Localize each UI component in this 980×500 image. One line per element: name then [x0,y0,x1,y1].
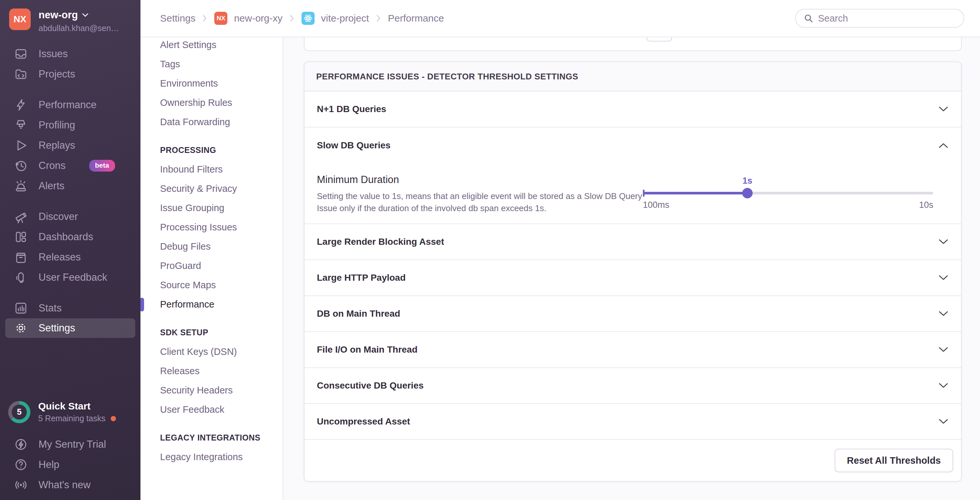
sidebar-item-replays[interactable]: Replays [0,135,140,156]
broadcast-icon [14,478,28,492]
slider-max-label: 10s [919,200,933,210]
chevron-down-icon [82,13,89,18]
slider-value-label: 1s [743,176,752,186]
react-project-icon [302,12,315,25]
sidebar-item-issues[interactable]: Issues [0,44,140,64]
panel-footer: Reset All Thresholds [304,440,961,481]
sidebar-item-my-sentry-trial[interactable]: My Sentry Trial [0,434,140,455]
slow-db-queries-settings: Minimum Duration Setting the value to 1s… [304,163,961,224]
submenu-item-user-feedback[interactable]: User Feedback [140,400,283,419]
submenu-item-source-maps[interactable]: Source Maps [140,275,283,295]
quick-start-title: Quick Start [38,401,116,412]
accordion-row-n1-db-queries[interactable]: N+1 DB Queries [304,91,961,127]
chevron-up-icon [938,142,949,149]
chevron-down-icon [938,106,949,112]
submenu-item-data-forwarding[interactable]: Data Forwarding [140,112,283,132]
sidebar-item-discover[interactable]: Discover [0,207,140,227]
submenu-item-legacy-integrations[interactable]: Legacy Integrations [140,447,283,467]
partial-button[interactable] [646,37,672,41]
accordion-row-uncompressed-asset[interactable]: Uncompressed Asset [304,404,961,440]
search-input[interactable] [818,13,942,24]
sidebar-item-alerts[interactable]: Alerts [0,176,140,196]
sidebar-item-crons[interactable]: Crons beta [0,156,140,176]
slider-fill [643,192,748,194]
chevron-down-icon [938,418,949,425]
submenu-item-ownership-rules[interactable]: Ownership Rules [140,93,283,112]
breadcrumb-project[interactable]: vite-project [321,13,369,24]
accordion-row-large-render-blocking-asset[interactable]: Large Render Blocking Asset [304,224,961,260]
sidebar: NX new-org abdullah.khan@sen… Issues Pro… [0,0,140,500]
breadcrumb-settings[interactable]: Settings [160,13,195,24]
submenu-item-tags[interactable]: Tags [140,54,283,74]
submenu-item-releases[interactable]: Releases [140,361,283,381]
setting-description: Setting the value to 1s, means that an e… [317,190,647,214]
sidebar-item-dashboards[interactable]: Dashboards [0,227,140,247]
org-crumb-avatar: NX [214,12,228,25]
settings-submenu: Alert Settings Tags Environments Ownersh… [140,37,283,500]
submenu-item-client-keys[interactable]: Client Keys (DSN) [140,342,283,361]
breadcrumb-page[interactable]: Performance [388,13,444,24]
sidebar-item-performance[interactable]: Performance [0,95,140,115]
submenu-section-processing: PROCESSING [140,140,283,160]
main-content: PERFORMANCE ISSUES - DETECTOR THRESHOLD … [284,37,980,500]
accordion-row-file-io-on-main-thread[interactable]: File I/O on Main Thread [304,332,961,368]
breadcrumb-org[interactable]: new-org-xy [234,13,282,24]
org-email: abdullah.khan@sen… [38,24,119,33]
submenu-item-performance[interactable]: Performance [140,295,283,314]
slider-track[interactable] [643,192,933,194]
duration-slider: 1s 100ms 10s [643,163,933,216]
detector-threshold-panel: PERFORMANCE ISSUES - DETECTOR THRESHOLD … [304,61,962,482]
quick-start-subtitle: 5 Remaining tasks [38,414,116,423]
notification-dot [111,416,116,421]
slider-thumb[interactable] [742,188,752,198]
chevron-right-icon [289,15,295,22]
chevron-down-icon [938,239,949,245]
accordion-row-consecutive-db-queries[interactable]: Consecutive DB Queries [304,368,961,404]
reset-all-thresholds-button[interactable]: Reset All Thresholds [835,449,953,472]
submenu-item-processing-issues[interactable]: Processing Issues [140,218,283,237]
submenu-item-issue-grouping[interactable]: Issue Grouping [140,198,283,218]
org-name: new-org [38,9,78,21]
headset-icon [14,270,28,285]
slider-min-label: 100ms [643,200,669,210]
chevron-down-icon [938,346,949,353]
bar-chart-icon [14,301,28,315]
beta-badge: beta [89,160,115,172]
search-icon [803,13,813,23]
accordion-row-large-http-payload[interactable]: Large HTTP Payload [304,260,961,296]
sidebar-item-profiling[interactable]: Profiling [0,115,140,135]
sidebar-item-help[interactable]: Help [0,455,140,475]
sidebar-item-projects[interactable]: Projects [0,64,140,84]
chevron-down-icon [938,382,949,389]
gear-icon [14,321,28,335]
inbox-icon [14,47,28,61]
sidebar-item-user-feedback[interactable]: User Feedback [0,268,140,288]
dashboard-icon [14,230,28,244]
submenu-item-debug-files[interactable]: Debug Files [140,237,283,256]
submenu-item-environments[interactable]: Environments [140,74,283,93]
org-avatar: NX [9,8,31,30]
submenu-item-security-privacy[interactable]: Security & Privacy [140,179,283,198]
submenu-section-sdk-setup: SDK SETUP [140,323,283,342]
sidebar-item-settings[interactable]: Settings [5,318,135,338]
submenu-item-inbound-filters[interactable]: Inbound Filters [140,160,283,179]
accordion-row-db-on-main-thread[interactable]: DB on Main Thread [304,296,961,332]
play-icon [14,138,28,153]
submenu-item-alert-settings[interactable]: Alert Settings [140,37,283,54]
folder-code-icon [14,67,28,81]
search-box[interactable] [795,9,964,28]
submenu-section-legacy-integrations: LEGACY INTEGRATIONS [140,428,283,447]
quick-start[interactable]: 5 Quick Start 5 Remaining tasks [0,401,140,423]
sidebar-item-releases[interactable]: Releases [0,247,140,268]
sidebar-item-whats-new[interactable]: What's new [0,475,140,495]
submenu-item-security-headers[interactable]: Security Headers [140,381,283,400]
telescope-icon [14,210,28,224]
breadcrumb: Settings NX new-org-xy vite-project Perf… [140,12,444,25]
submenu-item-proguard[interactable]: ProGuard [140,256,283,275]
archive-box-icon [14,250,28,264]
clock-icon [14,159,28,173]
sidebar-item-stats[interactable]: Stats [0,298,140,318]
flash-icon [14,118,28,132]
accordion-row-slow-db-queries[interactable]: Slow DB Queries [304,127,961,163]
org-switcher[interactable]: NX new-org abdullah.khan@sen… [9,8,136,33]
